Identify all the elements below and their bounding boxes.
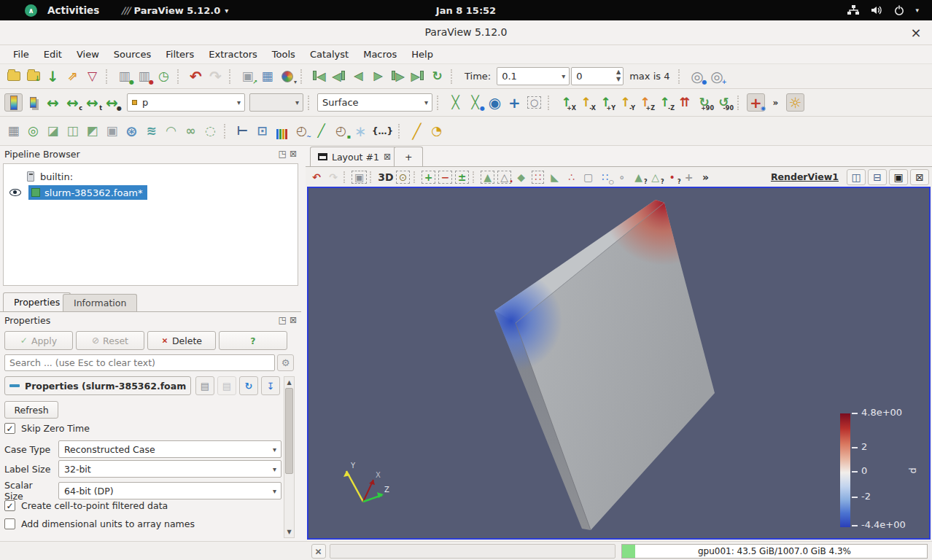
- search-options-button[interactable]: ⚙: [277, 354, 294, 371]
- loop-icon[interactable]: ↻: [428, 67, 446, 85]
- properties-section-header[interactable]: Properties (slurm-385362.foam: [4, 376, 191, 395]
- find-data-icon[interactable]: ⊢: [233, 122, 252, 140]
- close-view-button[interactable]: ⊠: [910, 169, 929, 185]
- menu-edit[interactable]: Edit: [36, 47, 69, 62]
- close-tab-icon[interactable]: ⊠: [384, 152, 391, 162]
- glyph-icon[interactable]: ⊛: [123, 122, 141, 140]
- case-type-combobox[interactable]: Reconstructed Case ▾: [58, 440, 281, 458]
- color-by-combobox[interactable]: p ▾: [127, 93, 245, 112]
- reset-session-icon[interactable]: ◷: [155, 67, 173, 85]
- rotate-90-cw-icon[interactable]: ↻+90: [695, 93, 713, 112]
- select-points-through-icon[interactable]: ∷: [530, 169, 546, 185]
- time-value-combobox[interactable]: 0.1 ▾: [497, 67, 570, 85]
- scrollbar-thumb[interactable]: [285, 388, 293, 474]
- menu-filters[interactable]: Filters: [158, 47, 201, 62]
- extract-group-icon[interactable]: ◌: [201, 122, 220, 140]
- dimensional-units-checkbox[interactable]: [4, 518, 15, 529]
- set-view-plus-x-icon[interactable]: ↑+X: [557, 93, 575, 112]
- refresh-button[interactable]: Refresh: [4, 401, 58, 419]
- menu-sources[interactable]: Sources: [106, 47, 158, 62]
- save-defaults-button[interactable]: ↧: [261, 376, 280, 395]
- disconnect-server-icon[interactable]: ▥●: [135, 67, 153, 85]
- color-legend-bar[interactable]: [840, 413, 850, 527]
- power-icon[interactable]: [893, 4, 905, 16]
- toggle-selection-icon[interactable]: ±: [454, 169, 470, 185]
- rescale-to-data-range-icon[interactable]: ↔: [44, 93, 62, 112]
- subtract-selection-icon[interactable]: −: [438, 169, 454, 185]
- camera-redo-icon[interactable]: ↷: [325, 169, 341, 185]
- maximize-view-button[interactable]: ▣: [889, 169, 908, 185]
- reload-properties-button[interactable]: ↻: [239, 376, 258, 395]
- rescale-visible-range-icon[interactable]: ↔●: [103, 93, 121, 112]
- rescale-temporal-range-icon[interactable]: ↔t: [83, 93, 101, 112]
- hover-points-icon[interactable]: ∘: [614, 169, 630, 185]
- threshold-icon[interactable]: ◩: [83, 122, 101, 140]
- zoom-closest-to-data-icon[interactable]: +: [505, 93, 524, 112]
- activities-button[interactable]: Activities: [43, 4, 104, 16]
- select-block-icon[interactable]: ▢: [580, 169, 597, 185]
- camera-undo-icon[interactable]: ↶: [308, 169, 325, 185]
- slice-icon[interactable]: ◫: [63, 122, 82, 140]
- pipeline-item-builtin[interactable]: builtin:: [4, 168, 298, 184]
- group-datasets-icon[interactable]: ∞: [182, 122, 200, 140]
- reset-camera-closest-icon[interactable]: ╳●: [466, 93, 484, 112]
- select-cells-on-icon[interactable]: ▲: [480, 169, 496, 185]
- set-view-minus-y-icon[interactable]: ↑-Y: [616, 93, 634, 112]
- skip-zero-time-checkbox[interactable]: ✓: [4, 423, 15, 434]
- save-state-icon[interactable]: ↓: [44, 67, 62, 85]
- toggle-color-legend-icon[interactable]: [4, 93, 23, 112]
- float-dock-icon[interactable]: ◳: [279, 315, 287, 325]
- properties-scrollbar[interactable]: ▲ ▼: [284, 376, 295, 538]
- close-dock-icon[interactable]: ⊠: [290, 149, 297, 159]
- distro-logo-icon[interactable]: ∧: [25, 4, 37, 17]
- toggle-2d3d-button[interactable]: 3D: [377, 169, 394, 185]
- select-points-on-icon[interactable]: △•: [497, 169, 513, 185]
- selection-editor-icon[interactable]: ⊡: [253, 122, 271, 140]
- scalar-size-combobox[interactable]: 64-bit (DP) ▾: [58, 482, 281, 499]
- frame-index-spinbox[interactable]: 0 ▲▼: [571, 67, 624, 85]
- select-cells-through-icon[interactable]: ◆: [513, 169, 529, 185]
- camera-add-icon[interactable]: ◎+: [707, 67, 726, 85]
- catalyst-flask-icon[interactable]: ▽: [83, 67, 101, 85]
- reset-camera-icon[interactable]: ╳: [446, 93, 465, 112]
- rescale-custom-range-icon[interactable]: ↔c: [63, 93, 82, 112]
- next-frame-icon[interactable]: ▶: [389, 67, 407, 85]
- view-toolbar-overflow-button[interactable]: »: [698, 169, 714, 185]
- toolbar-overflow-button[interactable]: »: [766, 93, 785, 112]
- last-frame-icon[interactable]: ▶: [408, 67, 427, 85]
- menu-file[interactable]: File: [6, 47, 36, 62]
- light-kit-toggle[interactable]: ☼: [786, 93, 804, 112]
- clock-label[interactable]: Jan 8 15:52: [436, 5, 496, 16]
- render-view-canvas[interactable]: 4.8e+00 2 0 -2 -4.4e+00 p Y X Z: [307, 187, 931, 540]
- camera-search-icon[interactable]: ◎●: [688, 67, 706, 85]
- connect-server-icon[interactable]: ▥●: [115, 67, 133, 85]
- help-button[interactable]: ?: [219, 331, 287, 350]
- window-close-button[interactable]: ×: [907, 23, 925, 41]
- app-menu-button[interactable]: /// ParaView 5.12.0 ▾: [121, 5, 228, 16]
- load-state-icon[interactable]: ⇗: [63, 67, 82, 85]
- python-calculator-icon[interactable]: {…}: [371, 122, 394, 140]
- pipeline-item-foam[interactable]: slurm-385362.foam*: [4, 184, 298, 201]
- interactive-select-points-icon[interactable]: ∷○: [597, 169, 613, 185]
- cell-to-point-checkbox[interactable]: ✓: [4, 500, 15, 511]
- edit-color-map-icon[interactable]: [24, 93, 42, 112]
- color-palette-icon[interactable]: ▾: [278, 67, 296, 85]
- export-scene-icon[interactable]: ▣↗: [238, 67, 257, 85]
- clip-icon[interactable]: ◪: [44, 122, 62, 140]
- zoom-to-box-icon[interactable]: ⊙: [395, 169, 411, 185]
- zoom-to-box-icon[interactable]: ○: [525, 93, 543, 112]
- save-data-icon[interactable]: [24, 67, 42, 85]
- new-layout-tab-button[interactable]: +: [394, 147, 423, 166]
- select-points-polygon-icon[interactable]: ∴: [564, 169, 580, 185]
- undo-icon[interactable]: ↶: [187, 67, 205, 85]
- calculator-icon[interactable]: ▦: [4, 122, 23, 140]
- interactive-select-cells-icon[interactable]: ▲?: [631, 169, 647, 185]
- set-view-minus-z-icon[interactable]: ↑-Z: [656, 93, 674, 112]
- first-frame-icon[interactable]: ◀: [310, 67, 328, 85]
- tab-information[interactable]: Information: [63, 294, 137, 311]
- isometric-view-icon[interactable]: ⇈: [675, 93, 694, 112]
- play-backward-icon[interactable]: ◀: [349, 67, 368, 85]
- menu-help[interactable]: Help: [404, 47, 440, 62]
- grow-selection-icon[interactable]: +: [681, 169, 697, 185]
- panel-splitter[interactable]: [301, 146, 306, 541]
